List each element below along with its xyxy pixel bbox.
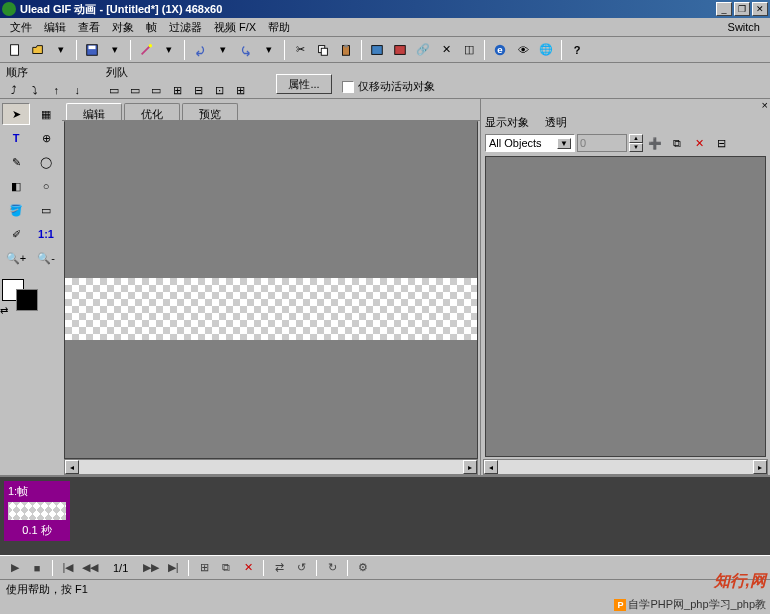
- reverse-button[interactable]: ↺: [292, 559, 310, 577]
- tool5-button[interactable]: ◫: [458, 39, 480, 61]
- play-button[interactable]: ▶: [6, 559, 24, 577]
- panel-hscrollbar[interactable]: ◂ ▸: [483, 459, 768, 475]
- canvas-hscrollbar[interactable]: ◂ ▸: [64, 459, 478, 475]
- undo-dropdown[interactable]: ▾: [212, 39, 234, 61]
- cut-button[interactable]: ✂: [289, 39, 311, 61]
- open-button[interactable]: [27, 39, 49, 61]
- delete-object-button[interactable]: ✕: [689, 134, 709, 152]
- stop-button[interactable]: ■: [28, 559, 46, 577]
- add-frame-button[interactable]: ⊞: [195, 559, 213, 577]
- tween-button[interactable]: ⇄: [270, 559, 288, 577]
- menu-help[interactable]: 帮助: [262, 18, 296, 37]
- menu-file[interactable]: 文件: [4, 18, 38, 37]
- align-right-button[interactable]: ▭: [148, 82, 164, 98]
- redo-dropdown[interactable]: ▾: [258, 39, 280, 61]
- eyedropper-tool[interactable]: ✐: [2, 223, 30, 245]
- move-active-checkbox[interactable]: 仅移动活动对象: [342, 79, 435, 94]
- paste-button[interactable]: [335, 39, 357, 61]
- forward-button[interactable]: ↑: [48, 82, 64, 98]
- maximize-button[interactable]: ❐: [734, 2, 750, 16]
- transparency-input[interactable]: 0: [577, 134, 627, 152]
- canvas-content[interactable]: [65, 278, 477, 340]
- align-grid-button[interactable]: ⊞: [232, 82, 248, 98]
- next-frame-button[interactable]: ▶▶: [142, 559, 160, 577]
- align-center-button[interactable]: ▭: [127, 82, 143, 98]
- object-list[interactable]: [485, 156, 766, 457]
- swap-colors-icon[interactable]: ⇄: [0, 305, 8, 316]
- lasso-tool[interactable]: ◯: [32, 151, 60, 173]
- merge-button[interactable]: ⊟: [711, 134, 731, 152]
- link-button[interactable]: 🔗: [412, 39, 434, 61]
- minimize-button[interactable]: _: [716, 2, 732, 16]
- unlink-button[interactable]: ✕: [435, 39, 457, 61]
- menu-frame[interactable]: 帧: [140, 18, 163, 37]
- menu-filter[interactable]: 过滤器: [163, 18, 208, 37]
- backward-button[interactable]: ↓: [69, 82, 85, 98]
- marquee-tool[interactable]: ▦: [32, 103, 60, 125]
- brush-tool[interactable]: ✎: [2, 151, 30, 173]
- wizard-dropdown[interactable]: ▾: [158, 39, 180, 61]
- tab-edit[interactable]: 编辑: [66, 103, 122, 120]
- close-button[interactable]: ✕: [752, 2, 768, 16]
- help-button[interactable]: ?: [566, 39, 588, 61]
- zoom-out-tool[interactable]: 🔍-: [32, 247, 60, 269]
- web-button[interactable]: 🌐: [535, 39, 557, 61]
- undo-button[interactable]: [189, 39, 211, 61]
- oval-tool[interactable]: ○: [32, 175, 60, 197]
- bring-front-button[interactable]: ⤴: [6, 82, 22, 98]
- insert-video-button[interactable]: [389, 39, 411, 61]
- open-dropdown[interactable]: ▾: [50, 39, 72, 61]
- rect-tool[interactable]: ▭: [32, 199, 60, 221]
- new-button[interactable]: [4, 39, 26, 61]
- save-dropdown[interactable]: ▾: [104, 39, 126, 61]
- crop-tool[interactable]: ⊕: [32, 127, 60, 149]
- objects-combo[interactable]: All Objects ▼: [485, 134, 575, 152]
- panel-scroll-track[interactable]: [498, 460, 753, 474]
- loop-button[interactable]: ↻: [323, 559, 341, 577]
- pointer-tool[interactable]: ➤: [2, 103, 30, 125]
- panel-scroll-right[interactable]: ▸: [753, 460, 767, 474]
- transparency-spinner[interactable]: ▲▼: [629, 134, 643, 152]
- panel-scroll-left[interactable]: ◂: [484, 460, 498, 474]
- del-frame-button[interactable]: ✕: [239, 559, 257, 577]
- panel-close-button[interactable]: ×: [762, 99, 768, 113]
- browser-button[interactable]: e: [489, 39, 511, 61]
- menu-switch[interactable]: Switch: [722, 19, 766, 35]
- duplicate-button[interactable]: ⧉: [667, 134, 687, 152]
- menu-videofx[interactable]: 视频 F/X: [208, 18, 262, 37]
- dup-frame-button[interactable]: ⧉: [217, 559, 235, 577]
- add-object-button[interactable]: ➕: [645, 134, 665, 152]
- last-frame-button[interactable]: ▶|: [164, 559, 182, 577]
- align-top-button[interactable]: ⊞: [169, 82, 185, 98]
- actual-size-tool[interactable]: 1:1: [32, 223, 60, 245]
- zoom-in-tool[interactable]: 🔍+: [2, 247, 30, 269]
- scroll-track[interactable]: [79, 460, 463, 474]
- scroll-left-button[interactable]: ◂: [65, 460, 79, 474]
- fill-tool[interactable]: 🪣: [2, 199, 30, 221]
- save-button[interactable]: [81, 39, 103, 61]
- background-color[interactable]: [16, 289, 38, 311]
- properties-button[interactable]: 属性...: [276, 74, 332, 94]
- settings-button[interactable]: ⚙: [354, 559, 372, 577]
- align-bottom-button[interactable]: ⊡: [211, 82, 227, 98]
- redo-button[interactable]: [235, 39, 257, 61]
- menu-object[interactable]: 对象: [106, 18, 140, 37]
- tab-optimize[interactable]: 优化: [124, 103, 180, 120]
- menu-view[interactable]: 查看: [72, 18, 106, 37]
- text-tool[interactable]: T: [2, 127, 30, 149]
- copy-button[interactable]: [312, 39, 334, 61]
- align-middle-button[interactable]: ⊟: [190, 82, 206, 98]
- first-frame-button[interactable]: |◀: [59, 559, 77, 577]
- prev-frame-button[interactable]: ◀◀: [81, 559, 99, 577]
- preview-button[interactable]: 👁: [512, 39, 534, 61]
- eraser-tool[interactable]: ◧: [2, 175, 30, 197]
- canvas-viewport[interactable]: [64, 121, 478, 459]
- insert-image-button[interactable]: [366, 39, 388, 61]
- wizard-button[interactable]: [135, 39, 157, 61]
- send-back-button[interactable]: ⤵: [27, 82, 43, 98]
- menu-edit[interactable]: 编辑: [38, 18, 72, 37]
- scroll-right-button[interactable]: ▸: [463, 460, 477, 474]
- color-swatch[interactable]: ⇄: [2, 279, 42, 309]
- align-left-button[interactable]: ▭: [106, 82, 122, 98]
- frame-thumbnail[interactable]: 1:帧 0.1 秒: [4, 481, 70, 541]
